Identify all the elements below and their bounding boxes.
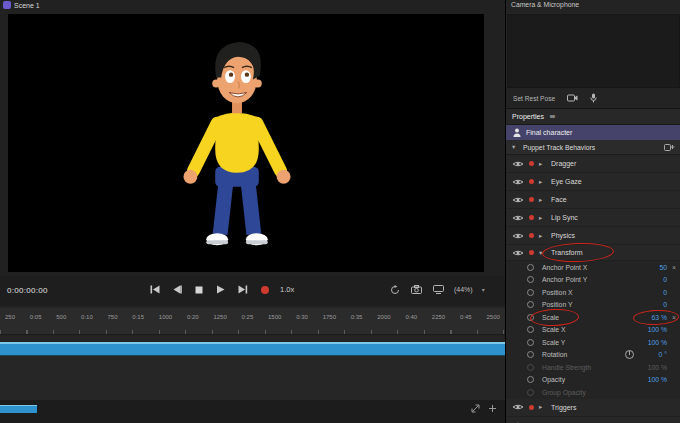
puppet-character[interactable] bbox=[162, 32, 312, 260]
timeline-ruler[interactable]: 250 0:05 500 0:10 750 0:15 1000 0:20 125… bbox=[0, 308, 505, 335]
keyframe-toggle-icon[interactable] bbox=[527, 264, 534, 271]
behavior-row-dragger[interactable]: ▸ Dragger bbox=[506, 155, 680, 173]
arm-for-record-dot[interactable] bbox=[529, 197, 534, 202]
behavior-label: Eye Gaze bbox=[551, 178, 582, 185]
param-value[interactable]: 100 % bbox=[637, 326, 667, 333]
snapshot-camera-icon[interactable] bbox=[410, 283, 423, 296]
behavior-row-transform[interactable]: ▾ Transform bbox=[506, 245, 680, 261]
param-value[interactable]: 100 % bbox=[637, 376, 667, 383]
playback-speed[interactable]: 1.0x bbox=[280, 285, 294, 294]
behavior-row-triggers[interactable]: ▸ Triggers bbox=[506, 399, 680, 417]
microphone-toggle-icon[interactable] bbox=[590, 93, 597, 103]
timeline-scrollbar[interactable] bbox=[0, 405, 37, 413]
arm-for-record-dot[interactable] bbox=[529, 250, 534, 255]
arm-for-record-dot[interactable] bbox=[529, 179, 534, 184]
record-button[interactable] bbox=[258, 283, 271, 296]
eye-visibility-icon[interactable] bbox=[512, 196, 524, 204]
scene-viewport[interactable] bbox=[8, 14, 484, 272]
hand-left bbox=[183, 170, 197, 184]
keyframe-toggle-icon bbox=[527, 389, 534, 396]
chevron-right-icon[interactable]: ▸ bbox=[539, 403, 546, 411]
param-row-handle-strength[interactable]: Handle Strength 100 % × bbox=[506, 361, 680, 374]
add-behavior-icon[interactable] bbox=[664, 143, 675, 152]
param-value[interactable]: 63 % bbox=[637, 314, 667, 321]
clear-value-icon[interactable]: × bbox=[667, 314, 676, 321]
play-button[interactable] bbox=[214, 283, 227, 296]
timeline-tracks-area[interactable] bbox=[0, 356, 505, 401]
eye-visibility-icon[interactable] bbox=[512, 214, 524, 222]
go-to-start-button[interactable] bbox=[148, 283, 161, 296]
previous-frame-button[interactable] bbox=[170, 283, 183, 296]
keyframe-toggle-icon[interactable] bbox=[527, 339, 534, 346]
set-rest-pose-button[interactable]: Set Rest Pose bbox=[513, 95, 555, 102]
param-row-scale-x[interactable]: Scale X 100 % × bbox=[506, 324, 680, 337]
arm-for-record-dot[interactable] bbox=[529, 405, 534, 410]
keyframe-toggle-icon[interactable] bbox=[527, 301, 534, 308]
param-row-opacity[interactable]: Opacity 100 % × bbox=[506, 374, 680, 387]
eye-visibility-icon[interactable] bbox=[512, 249, 524, 257]
param-value[interactable]: 0 bbox=[637, 301, 667, 308]
param-row-position-x[interactable]: Position X 0 × bbox=[506, 286, 680, 299]
param-row-anchor-point-x[interactable]: Anchor Point X 50 × bbox=[506, 261, 680, 274]
behavior-row-lip-sync[interactable]: ▸ Lip Sync bbox=[506, 209, 680, 227]
ruler-label: 0:40 bbox=[405, 314, 417, 320]
refresh-icon[interactable] bbox=[388, 283, 401, 296]
camera-mic-panel-header[interactable]: Camera & Microphone bbox=[506, 0, 680, 13]
rotation-dial-icon[interactable] bbox=[625, 350, 634, 359]
param-row-scale[interactable]: Scale 63 % × bbox=[506, 311, 680, 324]
arm-for-record-dot[interactable] bbox=[529, 215, 534, 220]
arm-for-record-dot[interactable] bbox=[529, 161, 534, 166]
ruler-label: 0:45 bbox=[460, 314, 472, 320]
keyframe-toggle-icon[interactable] bbox=[527, 276, 534, 283]
section-puppet-track-behaviors[interactable]: ▾ Puppet Track Behaviors bbox=[506, 140, 680, 155]
next-frame-button[interactable] bbox=[236, 283, 249, 296]
behavior-row-eye-gaze[interactable]: ▸ Eye Gaze bbox=[506, 173, 680, 191]
keyframe-toggle-icon[interactable] bbox=[527, 289, 534, 296]
param-row-group-opacity[interactable]: Group Opacity × bbox=[506, 386, 680, 399]
param-row-rotation[interactable]: Rotation 0 ° × bbox=[506, 349, 680, 362]
behavior-row-physics[interactable]: ▸ Physics bbox=[506, 227, 680, 245]
behavior-row-face[interactable]: ▸ Face bbox=[506, 191, 680, 209]
param-value[interactable]: 0 bbox=[637, 276, 667, 283]
monitor-icon[interactable] bbox=[432, 283, 445, 296]
eye-visibility-icon[interactable] bbox=[512, 403, 524, 411]
selected-puppet-row[interactable]: Final character bbox=[506, 125, 680, 140]
keyframe-toggle-icon[interactable] bbox=[527, 376, 534, 383]
zoom-in-icon[interactable] bbox=[488, 404, 497, 413]
timecode[interactable]: 0:00:00:00 bbox=[7, 286, 48, 295]
param-row-scale-y[interactable]: Scale Y 100 % × bbox=[506, 336, 680, 349]
chevron-right-icon[interactable]: ▸ bbox=[539, 214, 546, 222]
fit-timeline-icon[interactable] bbox=[471, 404, 480, 413]
chevron-right-icon[interactable]: ▸ bbox=[539, 232, 546, 240]
chevron-down-icon[interactable]: ▾ bbox=[512, 143, 519, 151]
chevron-down-icon[interactable]: ▾ bbox=[539, 249, 546, 257]
param-value[interactable]: 0 bbox=[637, 289, 667, 296]
chevron-right-icon[interactable]: ▸ bbox=[539, 196, 546, 204]
arm-for-record-dot[interactable] bbox=[529, 233, 534, 238]
eye-visibility-icon[interactable] bbox=[512, 178, 524, 186]
ruler-label: 2000 bbox=[377, 314, 390, 320]
scene-tab[interactable]: Scene 1 bbox=[3, 1, 40, 9]
chevron-right-icon[interactable]: ▸ bbox=[539, 160, 546, 168]
param-value[interactable]: 50 bbox=[637, 264, 667, 271]
stop-button[interactable] bbox=[192, 283, 205, 296]
webcam-toggle-icon[interactable] bbox=[567, 94, 578, 102]
timeline-track-bar[interactable] bbox=[0, 342, 505, 356]
ruler-label: 0:20 bbox=[187, 314, 199, 320]
clear-value-icon[interactable]: × bbox=[667, 264, 676, 271]
zoom-level[interactable]: (44%) bbox=[454, 286, 473, 293]
eye-visibility-icon[interactable] bbox=[512, 160, 524, 168]
eye-visibility-icon[interactable] bbox=[512, 232, 524, 240]
chevron-right-icon[interactable]: ▸ bbox=[539, 178, 546, 186]
param-row-anchor-point-y[interactable]: Anchor Point Y 0 × bbox=[506, 274, 680, 287]
keyframe-toggle-icon[interactable] bbox=[527, 326, 534, 333]
behavior-row-head-turner[interactable]: ▸ Head Turner [Head] bbox=[506, 417, 680, 423]
chevron-down-icon[interactable]: ▾ bbox=[482, 286, 485, 293]
param-value[interactable]: 100 % bbox=[637, 339, 667, 346]
keyframe-toggle-icon[interactable] bbox=[527, 351, 534, 358]
param-value[interactable]: 0 ° bbox=[637, 351, 667, 358]
param-row-position-y[interactable]: Position Y 0 × bbox=[506, 299, 680, 312]
properties-panel-header[interactable]: Properties ≡ bbox=[506, 109, 680, 125]
keyframe-toggle-icon[interactable] bbox=[527, 314, 534, 321]
panel-menu-icon[interactable]: ≡ bbox=[549, 112, 556, 121]
